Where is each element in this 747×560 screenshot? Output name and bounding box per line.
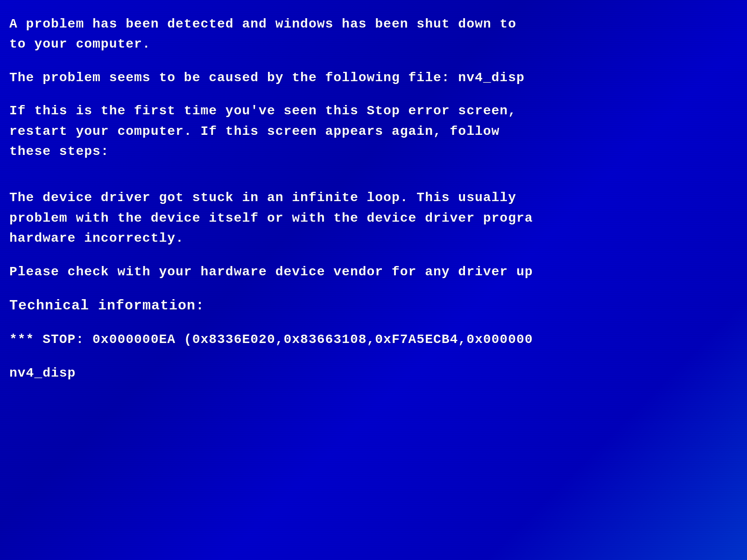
- spacer-7: [9, 316, 738, 329]
- line-8: problem with the device itself or with t…: [9, 208, 738, 228]
- spacer-4: [9, 175, 738, 188]
- bsod-screen: A problem has been detected and windows …: [0, 0, 747, 560]
- line-9: hardware incorrectly.: [9, 228, 738, 248]
- line-stop-code: *** STOP: 0x000000EA (0x8336E020,0x83663…: [9, 329, 738, 350]
- line-10: Please check with your hardware device v…: [9, 262, 738, 282]
- line-3: The problem seems to be caused by the fo…: [9, 68, 738, 88]
- bsod-text-container: A problem has been detected and windows …: [9, 14, 738, 383]
- line-5: restart your computer. If this screen ap…: [9, 121, 738, 141]
- spacer-8: [9, 350, 738, 363]
- spacer-3: [9, 161, 738, 175]
- line-7: The device driver got stuck in an infini…: [9, 188, 738, 208]
- line-4: If this is the first time you've seen th…: [9, 101, 738, 121]
- line-2: to your computer.: [9, 34, 738, 54]
- spacer-2: [9, 88, 738, 101]
- spacer-5: [9, 249, 738, 262]
- line-6: these steps:: [9, 141, 738, 161]
- line-driver-name: nv4_disp: [9, 363, 738, 383]
- spacer-6: [9, 282, 738, 295]
- line-1: A problem has been detected and windows …: [9, 14, 738, 34]
- spacer-1: [9, 55, 738, 68]
- line-technical-info: Technical information:: [9, 295, 738, 317]
